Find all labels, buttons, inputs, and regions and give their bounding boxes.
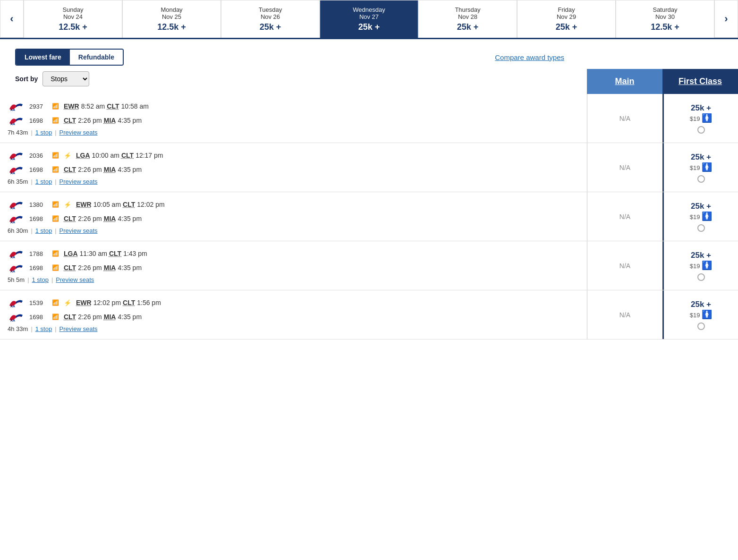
filter-area: Lowest fare Refundable Compare award typ… <box>0 49 587 94</box>
date-cell-tuesday[interactable]: Tuesday Nov 26 25k + <box>221 0 320 38</box>
destination-airport: CLT <box>121 152 134 159</box>
route: EWR 10:05 am CLT 12:02 pm <box>76 201 165 208</box>
airline-logo: AA <box>8 150 25 161</box>
stops-link[interactable]: 1 stop <box>35 129 52 136</box>
table-row: AA 1539 📶⚡ EWR 12:02 pm CLT 1:56 pm AA 1… <box>0 290 738 339</box>
stops-link[interactable]: 1 stop <box>35 325 52 332</box>
flight-segment: AA 2036 📶⚡ LGA 10:00 am CLT 12:17 pm <box>8 150 579 161</box>
destination-airport: MIA <box>104 215 116 222</box>
airline-logo: AA <box>8 101 25 112</box>
flights-list: AA 2937 📶 EWR 8:52 am CLT 10:58 am AA 16… <box>0 94 738 339</box>
first-class-points: 25k + <box>690 300 712 309</box>
svg-text:AA: AA <box>10 221 15 224</box>
main-fare-cell[interactable]: N/A <box>587 290 662 339</box>
next-arrow[interactable]: › <box>714 0 738 38</box>
flight-footer: 5h 5m | 1 stop | Preview seats <box>8 276 579 283</box>
airline-logo: AA <box>8 297 25 308</box>
flight-footer: 7h 43m | 1 stop | Preview seats <box>8 129 579 136</box>
flight-segment: AA 1698 📶 CLT 2:26 pm MIA 4:35 pm <box>8 164 579 175</box>
flight-segment: AA 1698 📶 CLT 2:26 pm MIA 4:35 pm <box>8 262 579 273</box>
main-fare-cell[interactable]: N/A <box>587 241 662 290</box>
preview-seats-link[interactable]: Preview seats <box>59 227 98 234</box>
first-class-fee: $19 🚺 <box>690 260 712 271</box>
flight-duration: 6h 30m <box>8 227 28 234</box>
flight-number: 2937 <box>29 103 47 110</box>
seat-icon: 🚺 <box>702 310 712 319</box>
arrive-time: 10:58 am <box>121 102 148 110</box>
main-fare-cell[interactable]: N/A <box>587 94 662 143</box>
first-class-fee: $19 🚺 <box>690 309 712 320</box>
main-fare-value: N/A <box>619 164 630 171</box>
seat-icon: 🚺 <box>702 212 712 221</box>
origin-airport: CLT <box>64 215 76 222</box>
select-radio[interactable] <box>697 322 705 330</box>
date-cell-wednesday[interactable]: Wednesday Nov 27 25k + <box>320 0 418 38</box>
depart-time: 2:26 pm <box>78 264 102 272</box>
preview-seats-link[interactable]: Preview seats <box>56 276 94 283</box>
stops-link[interactable]: 1 stop <box>35 178 52 185</box>
origin-airport: CLT <box>64 117 76 124</box>
flight-duration: 7h 43m <box>8 129 28 136</box>
date-cell-thursday[interactable]: Thursday Nov 28 25k + <box>418 0 517 38</box>
first-class-points: 25k + <box>690 251 712 260</box>
depart-time: 11:30 am <box>80 250 107 257</box>
table-row: AA 1788 📶 LGA 11:30 am CLT 1:43 pm AA 16… <box>0 241 738 290</box>
preview-seats-link[interactable]: Preview seats <box>59 325 98 332</box>
main-fare-value: N/A <box>619 311 630 319</box>
arrive-time: 4:35 pm <box>118 117 142 124</box>
flight-footer: 4h 33m | 1 stop | Preview seats <box>8 325 579 332</box>
flight-number: 1698 <box>29 166 47 173</box>
compare-award-link[interactable]: Compare award types <box>495 53 564 61</box>
flight-number: 1788 <box>29 250 47 257</box>
main-fare-cell[interactable]: N/A <box>587 143 662 192</box>
first-class-price-container: 25k + $19 🚺 <box>690 103 712 123</box>
stops-link[interactable]: 1 stop <box>32 276 49 283</box>
sort-select[interactable]: Stops Price Duration <box>42 71 89 86</box>
first-class-fare-cell[interactable]: 25k + $19 🚺 <box>662 94 738 143</box>
stops-link[interactable]: 1 stop <box>35 227 52 234</box>
route: CLT 2:26 pm MIA 4:35 pm <box>64 215 142 222</box>
main-fare-cell[interactable]: N/A <box>587 192 662 241</box>
select-radio[interactable] <box>697 126 705 134</box>
preview-seats-link[interactable]: Preview seats <box>59 178 98 185</box>
table-row: AA 1380 📶⚡ EWR 10:05 am CLT 12:02 pm AA … <box>0 192 738 241</box>
first-class-fare-cell[interactable]: 25k + $19 🚺 <box>662 241 738 290</box>
separator: | <box>51 276 53 283</box>
depart-time: 2:26 pm <box>78 117 102 124</box>
first-class-fare-cell[interactable]: 25k + $19 🚺 <box>662 192 738 241</box>
select-radio[interactable] <box>697 224 705 232</box>
date-cell-sunday[interactable]: Sunday Nov 24 12.5k + <box>24 0 122 38</box>
flight-duration: 6h 35m <box>8 178 28 185</box>
lowest-fare-button[interactable]: Lowest fare <box>16 50 70 65</box>
column-headers: Main First Class <box>587 69 738 94</box>
route: LGA 10:00 am CLT 12:17 pm <box>76 152 163 159</box>
depart-time: 2:26 pm <box>78 166 102 173</box>
arrive-time: 12:17 pm <box>136 152 163 159</box>
preview-seats-link[interactable]: Preview seats <box>59 129 98 136</box>
flight-number: 1698 <box>29 117 47 124</box>
flight-segment: AA 1698 📶 CLT 2:26 pm MIA 4:35 pm <box>8 311 579 322</box>
table-row: AA 2036 📶⚡ LGA 10:00 am CLT 12:17 pm AA … <box>0 143 738 192</box>
select-radio[interactable] <box>697 273 705 281</box>
sort-label: Sort by <box>15 75 38 83</box>
origin-airport: EWR <box>76 299 92 306</box>
refundable-button[interactable]: Refundable <box>70 50 123 65</box>
date-cell-friday[interactable]: Friday Nov 29 25k + <box>517 0 616 38</box>
flight-number: 1698 <box>29 314 47 321</box>
first-class-fare-cell[interactable]: 25k + $19 🚺 <box>662 143 738 192</box>
separator: | <box>31 227 32 234</box>
svg-text:AA: AA <box>10 122 15 126</box>
flight-segment: AA 1698 📶 CLT 2:26 pm MIA 4:35 pm <box>8 115 579 126</box>
depart-time: 12:02 pm <box>93 299 121 306</box>
first-class-fare-cell[interactable]: 25k + $19 🚺 <box>662 290 738 339</box>
date-cell-saturday[interactable]: Saturday Nov 30 12.5k + <box>616 0 714 38</box>
flight-info-4: AA 1539 📶⚡ EWR 12:02 pm CLT 1:56 pm AA 1… <box>0 290 587 339</box>
fare-filter-row: Lowest fare Refundable Compare award typ… <box>8 49 579 71</box>
svg-text:AA: AA <box>10 157 15 161</box>
separator: | <box>31 178 32 185</box>
date-cell-monday[interactable]: Monday Nov 25 12.5k + <box>122 0 221 38</box>
power-icon: ⚡ <box>64 299 71 306</box>
select-radio[interactable] <box>697 175 705 183</box>
arrive-time: 12:02 pm <box>137 201 164 208</box>
prev-arrow[interactable]: ‹ <box>0 0 24 38</box>
